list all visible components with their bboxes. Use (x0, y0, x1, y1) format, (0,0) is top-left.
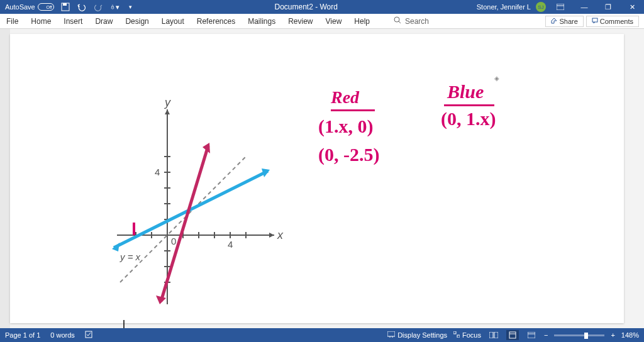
svg-marker-28 (112, 243, 119, 251)
focus-button[interactable]: Focus (453, 331, 481, 339)
tab-design[interactable]: Design (119, 14, 155, 28)
comments-label: Comments (600, 18, 633, 25)
svg-rect-43 (509, 332, 516, 338)
tab-references[interactable]: References (191, 14, 242, 28)
svg-marker-31 (156, 295, 166, 304)
status-bar: Page 1 of 1 0 words Display Settings Foc… (0, 328, 644, 342)
maximize-button[interactable]: ❐ (599, 0, 618, 14)
web-layout-icon[interactable] (525, 330, 538, 340)
zoom-slider[interactable] (554, 334, 604, 336)
display-settings-button[interactable]: Display Settings (387, 331, 447, 339)
x-axis-label: x (277, 229, 284, 241)
svg-rect-45 (528, 332, 535, 338)
graph-image: y x 0 4 4 y = x (104, 97, 287, 311)
svg-line-5 (399, 21, 401, 23)
close-button[interactable]: ✕ (623, 0, 641, 14)
autosave-toggle[interactable]: AutoSave Off (5, 3, 54, 11)
title-bar: AutoSave Off ▾ ▾ Document2 - Word Stoner… (0, 0, 644, 14)
ribbon-display-icon[interactable] (551, 0, 570, 14)
search-placeholder: Search (405, 17, 429, 26)
svg-line-30 (161, 146, 208, 301)
svg-line-27 (114, 171, 268, 248)
spell-check-icon[interactable] (85, 330, 94, 340)
svg-line-26 (120, 157, 246, 282)
zoom-level[interactable]: 148% (621, 331, 639, 339)
display-settings-icon (387, 331, 395, 339)
reference-line-label: y = x (119, 251, 141, 262)
svg-rect-42 (494, 332, 498, 338)
handwriting-red-point1: (1.x, 0) (318, 116, 373, 137)
blue-underline (444, 104, 494, 106)
tab-help[interactable]: Help (348, 14, 376, 28)
read-mode-icon[interactable] (487, 330, 500, 340)
tab-review[interactable]: Review (282, 14, 319, 28)
comments-icon (592, 18, 598, 25)
customize-qat-icon[interactable]: ▾ (126, 2, 136, 12)
svg-marker-8 (269, 233, 274, 238)
tab-view[interactable]: View (319, 14, 348, 28)
document-title: Document2 - Word (136, 3, 477, 11)
handwriting-red-point2: (0, -2.5) (318, 144, 379, 165)
share-button[interactable]: Share (545, 16, 583, 27)
y-axis-label: y (164, 97, 171, 109)
svg-rect-6 (592, 18, 597, 22)
tab-insert[interactable]: Insert (57, 14, 89, 28)
word-count[interactable]: 0 words (50, 331, 75, 339)
svg-marker-10 (165, 109, 170, 114)
user-avatar[interactable]: SJ (536, 2, 546, 12)
zoom-out-button[interactable]: − (544, 331, 548, 339)
page-info[interactable]: Page 1 of 1 (5, 331, 40, 339)
svg-rect-2 (557, 4, 564, 10)
pink-tick-mark (133, 223, 135, 235)
anchor-icon: ◈ (494, 75, 499, 82)
autosave-label: AutoSave (5, 3, 35, 11)
handwriting-blue-point1: (0, 1.x) (441, 108, 496, 130)
x-tick-4: 4 (228, 239, 233, 250)
handwriting-blue-title: Blue (447, 81, 484, 102)
handwriting-red-title: Red (331, 87, 359, 108)
tab-draw[interactable]: Draw (89, 14, 119, 28)
tab-file[interactable]: File (0, 14, 25, 28)
y-tick-4: 4 (155, 167, 160, 177)
svg-rect-40 (457, 335, 460, 338)
svg-rect-39 (453, 331, 456, 334)
focus-icon (453, 331, 460, 339)
search-icon (394, 16, 401, 26)
comments-button[interactable]: Comments (586, 16, 639, 27)
share-icon (551, 18, 557, 25)
ruler (0, 29, 10, 328)
ribbon-tabs: File Home Insert Draw Design Layout Refe… (0, 14, 644, 29)
redo-icon[interactable] (93, 2, 103, 12)
tab-mailings[interactable]: Mailings (242, 14, 282, 28)
touch-mode-icon[interactable]: ▾ (109, 2, 119, 12)
undo-icon[interactable] (77, 2, 87, 12)
document-area: ◈ (0, 29, 644, 328)
save-icon[interactable] (60, 2, 70, 12)
svg-rect-41 (489, 332, 493, 338)
search-box[interactable]: Search (389, 16, 434, 26)
autosave-state: Off (46, 5, 52, 9)
svg-rect-36 (387, 331, 395, 336)
tab-layout[interactable]: Layout (155, 14, 191, 28)
print-layout-icon[interactable] (506, 330, 519, 340)
red-underline (331, 109, 375, 111)
tab-home[interactable]: Home (25, 14, 57, 28)
share-label: Share (559, 18, 577, 25)
user-name[interactable]: Stoner, Jennifer L (477, 3, 531, 11)
display-settings-label: Display Settings (397, 331, 447, 339)
svg-rect-1 (63, 3, 67, 6)
focus-label: Focus (462, 331, 481, 339)
zoom-in-button[interactable]: + (611, 331, 614, 339)
origin-label: 0 (171, 236, 176, 246)
document-page[interactable]: ◈ (10, 34, 624, 323)
minimize-button[interactable]: — (575, 0, 594, 14)
svg-point-4 (394, 17, 399, 22)
